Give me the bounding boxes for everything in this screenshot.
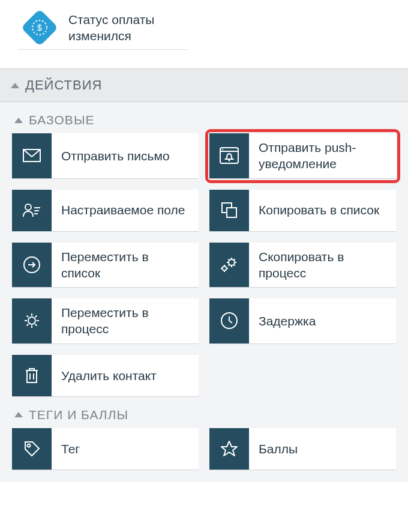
action-copy-to-list[interactable]: Копировать в список [209, 190, 396, 232]
group-basic-header[interactable]: БАЗОВЫЕ [12, 102, 396, 133]
action-label: Отправить push-уведомление [249, 133, 396, 178]
gears-icon [209, 243, 249, 288]
copy-squares-icon [209, 190, 249, 231]
dollar-diamond-icon: $ [18, 6, 61, 49]
svg-rect-13 [227, 208, 236, 217]
gear-icon [12, 298, 52, 343]
arrow-circle-icon [12, 243, 52, 288]
person-lines-icon [12, 190, 52, 231]
caret-up-icon [11, 83, 19, 88]
action-label: Переместить в список [52, 243, 199, 288]
svg-point-6 [222, 149, 223, 150]
bell-window-icon [209, 133, 249, 178]
group-tags-scores-grid: Тег Баллы [12, 428, 396, 470]
tag-icon [12, 428, 52, 470]
action-move-to-process[interactable]: Переместить в процесс [12, 298, 199, 344]
events-area: $ Статус оплаты изменился [0, 0, 408, 68]
action-move-to-list[interactable]: Переместить в список [12, 243, 199, 288]
svg-point-8 [25, 204, 31, 210]
action-custom-field[interactable]: Настраиваемое поле [12, 190, 199, 232]
action-delay[interactable]: Задержка [209, 298, 396, 344]
event-card-payment-status[interactable]: $ Статус оплаты изменился [18, 6, 188, 50]
group-tags-scores-header[interactable]: ТЕГИ И БАЛЛЫ [12, 397, 396, 428]
event-card-label: Статус оплаты изменился [68, 11, 176, 44]
action-label: Отправить письмо [52, 133, 179, 178]
caret-up-icon [14, 412, 23, 417]
section-actions-body: БАЗОВЫЕ Отправить письмо [0, 102, 408, 482]
action-copy-to-process[interactable]: Скопировать в процесс [209, 243, 396, 288]
svg-point-22 [28, 444, 31, 447]
group-basic-grid: Отправить письмо Отправить push-уведомле… [12, 133, 396, 397]
clock-icon [209, 298, 249, 343]
action-label: Баллы [249, 428, 307, 470]
action-send-push[interactable]: Отправить push-уведомление [209, 133, 396, 179]
envelope-icon [12, 133, 52, 178]
svg-point-18 [28, 317, 35, 324]
action-tag[interactable]: Тег [12, 428, 199, 470]
action-delete-contact[interactable]: Удалить контакт [12, 355, 199, 397]
svg-point-17 [223, 266, 227, 270]
trash-icon [12, 355, 52, 396]
action-scores[interactable]: Баллы [209, 428, 396, 470]
section-actions-header[interactable]: ДЕЙСТВИЯ [0, 68, 408, 102]
action-label: Настраиваемое поле [52, 190, 194, 231]
action-label: Копировать в список [249, 190, 389, 231]
action-label: Скопировать в процесс [249, 243, 396, 288]
action-label: Удалить контакт [52, 355, 166, 396]
group-title: ТЕГИ И БАЛЛЫ [29, 408, 128, 422]
action-label: Задержка [249, 298, 325, 343]
caret-up-icon [14, 118, 23, 123]
star-icon [209, 428, 249, 470]
svg-text:$: $ [37, 23, 42, 32]
svg-point-7 [229, 160, 230, 162]
group-title: БАЗОВЫЕ [29, 113, 94, 127]
action-label: Переместить в процесс [52, 298, 199, 343]
action-send-email[interactable]: Отправить письмо [12, 133, 199, 179]
section-title: ДЕЙСТВИЯ [25, 77, 102, 93]
action-label: Тег [52, 428, 89, 470]
